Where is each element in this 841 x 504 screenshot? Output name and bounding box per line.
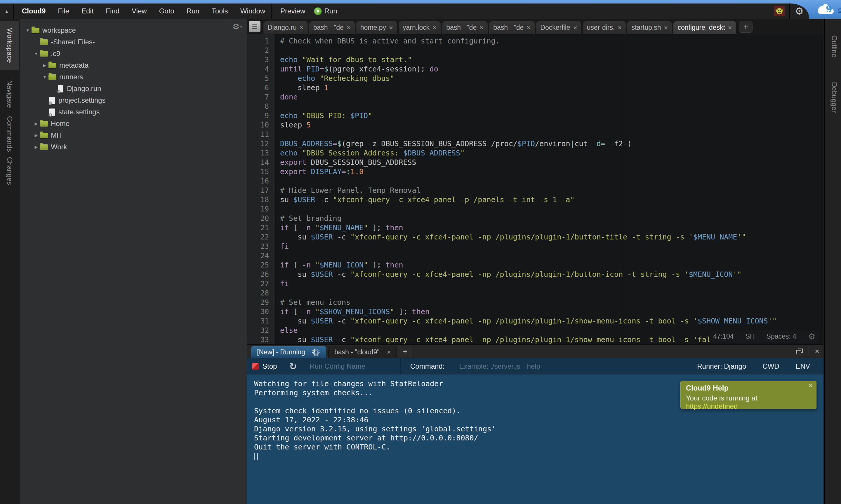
- expand-open-icon[interactable]: ▼: [32, 51, 40, 56]
- tab-close-icon[interactable]: ×: [387, 348, 391, 356]
- editor-tab[interactable]: Dockerfile×: [536, 21, 581, 34]
- tree-item-label: runners: [59, 73, 83, 81]
- tree-item[interactable]: ▶Home: [20, 118, 247, 129]
- popup-close-icon[interactable]: ×: [809, 381, 813, 390]
- editor-status-bar: 47:104 SH Spaces: 4 ⚙: [710, 330, 818, 342]
- rail-tab-outline[interactable]: Outline: [825, 24, 841, 68]
- bug-report-icon[interactable]: [774, 6, 785, 16]
- tree-item[interactable]: ▶Work: [20, 141, 247, 153]
- editor-tab[interactable]: startup.sh×: [627, 21, 672, 34]
- tree-item[interactable]: state.settings: [20, 106, 247, 118]
- rail-tab-navigate[interactable]: Navigate: [0, 76, 19, 111]
- tree-item[interactable]: project.settings: [20, 94, 247, 106]
- editor-tab-label: bash - "de: [313, 24, 344, 32]
- tab-close-icon[interactable]: ×: [527, 24, 531, 32]
- tab-close-icon[interactable]: ×: [728, 24, 732, 32]
- editor-tab[interactable]: bash - "de×: [309, 21, 355, 34]
- editor-tab-label: Dockerfile: [540, 24, 570, 32]
- tree-item-label: Work: [51, 143, 67, 151]
- new-tab-button[interactable]: +: [739, 21, 753, 33]
- cursor-position[interactable]: 47:104: [713, 332, 734, 340]
- rail-tab-debugger[interactable]: Debugger: [825, 73, 841, 122]
- runner-selector[interactable]: Runner: Django: [697, 362, 746, 371]
- terminal-line: Starting development server at http://0.…: [254, 433, 823, 443]
- preview-button[interactable]: Preview: [272, 3, 314, 19]
- menu-window[interactable]: Window: [234, 3, 271, 19]
- rail-tab-commands[interactable]: Commands: [0, 115, 19, 153]
- console-tabs: [New] - Runningbash - "cloud9"×: [247, 346, 397, 358]
- popup-running-link[interactable]: https://undefined: [686, 402, 738, 410]
- run-button[interactable]: Run: [314, 7, 343, 15]
- menu-goto[interactable]: Goto: [153, 3, 181, 19]
- menu-tools[interactable]: Tools: [206, 3, 234, 19]
- editor-tab[interactable]: bash - "de×: [442, 21, 488, 34]
- cwd-button[interactable]: CWD: [762, 362, 779, 371]
- code-line: echo "DBUS PID: $PID": [280, 111, 372, 121]
- console-tab[interactable]: bash - "cloud9"×: [328, 346, 397, 358]
- editor-tab-label: Django.ru: [268, 24, 297, 32]
- editor-tab-active[interactable]: configure_deskt×: [673, 21, 736, 34]
- tree-item[interactable]: -Shared Files-: [20, 36, 247, 48]
- editor-tab[interactable]: Django.ru×: [263, 21, 308, 34]
- editor-tab-bar: ☰ Django.ru×bash - "de×home.py×yarn.lock…: [247, 19, 823, 34]
- tree-item[interactable]: ▶MH: [20, 129, 247, 141]
- editor-tab[interactable]: yarn.lock×: [398, 21, 441, 34]
- rail-tab-workspace[interactable]: Workspace: [0, 21, 19, 70]
- collapse-menubar-button[interactable]: ▲: [0, 9, 14, 14]
- restart-icon[interactable]: ↻: [289, 361, 297, 372]
- expand-closed-icon[interactable]: ▶: [32, 145, 40, 149]
- env-button[interactable]: ENV: [796, 362, 810, 371]
- tab-list-menu-button[interactable]: ☰: [248, 21, 261, 32]
- new-console-tab-button[interactable]: +: [399, 346, 411, 357]
- expand-open-icon[interactable]: ▼: [24, 28, 32, 33]
- code-content: # Check when DBUS is active and start co…: [280, 34, 823, 344]
- tab-close-icon[interactable]: ×: [347, 24, 351, 32]
- tree-item[interactable]: ▼runners: [20, 71, 247, 83]
- tree-item[interactable]: ▶metadata: [20, 59, 247, 71]
- indent-setting[interactable]: Spaces: 4: [767, 332, 796, 340]
- editor-console-column: ☰ Django.ru×bash - "de×home.py×yarn.lock…: [247, 19, 823, 504]
- console-tab-active[interactable]: [New] - Running: [251, 346, 326, 358]
- code-editor[interactable]: 1234567891011121314151617181920212223242…: [247, 34, 823, 344]
- expand-closed-icon[interactable]: ▶: [41, 63, 49, 68]
- tab-close-icon[interactable]: ×: [432, 24, 436, 32]
- run-config-name-input[interactable]: Run Config Name: [310, 362, 365, 371]
- expand-closed-icon[interactable]: ▶: [32, 133, 40, 138]
- editor-prefs-gear-icon[interactable]: ⚙: [808, 331, 815, 341]
- line-number: 31: [260, 317, 269, 326]
- code-line: sleep 1: [280, 83, 328, 92]
- expand-closed-icon[interactable]: ▶: [32, 121, 40, 126]
- editor-tab[interactable]: home.py×: [356, 21, 397, 34]
- terminal-line: Quit the server with CONTROL-C.: [254, 443, 823, 451]
- close-panel-icon[interactable]: ×: [815, 347, 819, 356]
- menu-file[interactable]: File: [52, 3, 75, 19]
- line-number: 12: [260, 139, 269, 148]
- editor-tab[interactable]: bash - "de×: [489, 21, 535, 34]
- menu-run[interactable]: Run: [181, 3, 206, 19]
- menu-cloud9[interactable]: Cloud9: [14, 3, 52, 19]
- syntax-mode[interactable]: SH: [745, 332, 755, 340]
- tab-close-icon[interactable]: ×: [299, 24, 304, 32]
- tab-close-icon[interactable]: ×: [573, 24, 577, 32]
- line-number: 1: [265, 36, 269, 46]
- restore-panel-icon[interactable]: [796, 348, 803, 354]
- command-input[interactable]: Example: ./server.js --help: [459, 362, 540, 371]
- line-number: 9: [265, 111, 269, 121]
- expand-open-icon[interactable]: ▼: [41, 75, 49, 79]
- tree-item[interactable]: ▼.c9: [20, 48, 247, 59]
- tree-item[interactable]: ▼workspace: [20, 24, 247, 36]
- menu-edit[interactable]: Edit: [75, 3, 100, 19]
- rail-tab-changes[interactable]: Changes: [0, 154, 19, 188]
- account-link[interactable]: c: [838, 5, 841, 14]
- tab-close-icon[interactable]: ×: [618, 24, 622, 32]
- tab-close-icon[interactable]: ×: [480, 24, 484, 32]
- code-line: if [ -n "$SHOW_MENU_ICONS" ]; then: [280, 307, 430, 317]
- command-label: Command:: [410, 362, 444, 371]
- editor-tab[interactable]: user-dirs.×: [583, 21, 627, 34]
- menu-find[interactable]: Find: [100, 3, 125, 19]
- stop-button[interactable]: Stop: [252, 362, 277, 371]
- menu-view[interactable]: View: [125, 3, 153, 19]
- tab-close-icon[interactable]: ×: [389, 24, 393, 32]
- tab-close-icon[interactable]: ×: [664, 24, 668, 32]
- tree-item[interactable]: Django.run: [20, 83, 247, 94]
